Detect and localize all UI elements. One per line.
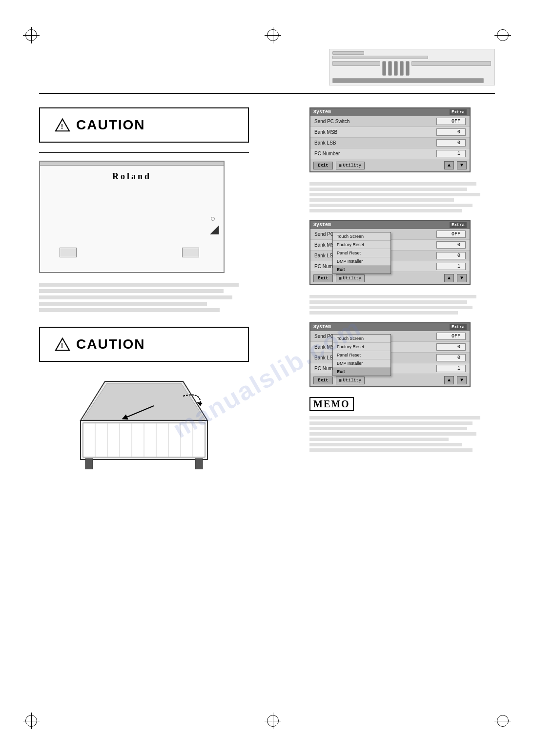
instrument-image-top <box>329 49 495 85</box>
screen-header-right-1: Extra <box>450 109 467 115</box>
reg-mark-tc <box>267 29 279 41</box>
thin-divider-1 <box>39 152 249 153</box>
reg-mark-bl <box>25 715 37 727</box>
exit-btn-1[interactable]: Exit <box>313 162 333 169</box>
screen-footer-1: Exit ▦ Utility ▲ ▼ <box>310 159 470 171</box>
main-divider <box>39 93 495 94</box>
screen-header-left-2: System <box>313 222 331 228</box>
caution-label-1: CAUTION <box>76 117 145 133</box>
display-btn-right[interactable] <box>182 248 199 257</box>
up-btn-3[interactable]: ▲ <box>444 376 454 384</box>
roland-display: Roland ◢ <box>39 161 225 273</box>
system-screen-2: System Extra Send PC OFF Bank MS 0 Bank … <box>309 220 471 285</box>
utility-btn-1[interactable]: ▦ Utility <box>336 162 365 169</box>
dropdown-item-factory-reset-3[interactable]: Factory Reset <box>333 343 390 351</box>
caution-box-1: ! CAUTION <box>39 107 249 143</box>
screen-header-2: System Extra <box>310 221 470 229</box>
up-btn-1[interactable]: ▲ <box>444 161 454 169</box>
caution-triangle-icon-2: ! <box>55 337 70 351</box>
memo-text <box>309 416 495 452</box>
dropdown-item-bmp-installer-2[interactable]: BMP Installer <box>333 257 390 266</box>
page-content: ! CAUTION Roland ◢ <box>39 49 495 707</box>
svg-rect-5 <box>85 459 93 469</box>
exit-btn-3[interactable]: Exit <box>313 377 333 384</box>
svg-rect-6 <box>195 459 203 469</box>
reg-mark-bc <box>267 715 279 727</box>
display-dot <box>211 217 215 221</box>
svg-text:!: ! <box>61 342 63 350</box>
reg-mark-tr <box>497 29 509 41</box>
screen-header-right-3: Extra <box>450 324 467 330</box>
system-screen-3: System Extra Send PC OFF Bank MS 0 Bank … <box>309 322 471 387</box>
screen-row-1-2: Bank MSB 0 <box>310 127 470 138</box>
caution-label-2: CAUTION <box>76 336 145 352</box>
screen-header-3: System Extra <box>310 323 470 331</box>
svg-text:!: ! <box>61 123 63 130</box>
memo-badge: MEMO <box>309 397 495 411</box>
caution-box-2: ! CAUTION <box>39 327 249 362</box>
piano-lid-diagram <box>66 372 222 469</box>
screen-header-right-2: Extra <box>450 222 467 228</box>
reg-mark-br <box>497 715 509 727</box>
dropdown-menu-3: Touch Screen Factory Reset Panel Reset B… <box>332 334 391 376</box>
text-paragraph-1 <box>39 283 249 312</box>
screen-header-left-3: System <box>313 324 331 330</box>
exit-btn-2[interactable]: Exit <box>313 274 333 282</box>
display-arrow: ◢ <box>210 222 219 236</box>
screen-row-1-4: PC Number 1 <box>310 148 470 159</box>
screen-header-1: System Extra <box>310 108 470 116</box>
down-btn-3[interactable]: ▼ <box>457 376 467 384</box>
dropdown-item-touch-screen-2[interactable]: Touch Screen <box>333 232 390 241</box>
dropdown-item-panel-reset-3[interactable]: Panel Reset <box>333 351 390 359</box>
dropdown-item-factory-reset-2[interactable]: Factory Reset <box>333 241 390 249</box>
down-btn-2[interactable]: ▼ <box>457 274 467 282</box>
dropdown-item-exit-3[interactable]: Exit <box>333 368 390 376</box>
reg-mark-tl <box>25 29 37 41</box>
dropdown-item-bmp-installer-3[interactable]: BMP Installer <box>333 359 390 368</box>
text-between-screens-1 <box>309 182 495 212</box>
screen-row-1-3: Bank LSB 0 <box>310 138 470 148</box>
utility-btn-3[interactable]: ▦ Utility <box>336 377 365 384</box>
screen-row-1-1: Send PC Switch OFF <box>310 116 470 127</box>
dropdown-item-touch-screen-3[interactable]: Touch Screen <box>333 335 390 343</box>
system-screen-1: System Extra Send PC Switch OFF Bank MSB… <box>309 107 471 172</box>
memo-label: MEMO <box>309 397 354 411</box>
caution-triangle-icon-1: ! <box>55 118 70 132</box>
down-btn-1[interactable]: ▼ <box>457 161 467 169</box>
dropdown-menu-2: Touch Screen Factory Reset Panel Reset B… <box>332 232 391 274</box>
dropdown-item-panel-reset-2[interactable]: Panel Reset <box>333 249 390 257</box>
right-column: System Extra Send PC Switch OFF Bank MSB… <box>309 107 495 454</box>
roland-brand: Roland <box>40 171 224 182</box>
left-column: ! CAUTION Roland ◢ <box>39 107 249 474</box>
up-btn-2[interactable]: ▲ <box>444 274 454 282</box>
screen-header-left-1: System <box>313 109 331 115</box>
dropdown-item-exit-2[interactable]: Exit <box>333 266 390 273</box>
display-btn-left[interactable] <box>60 248 77 257</box>
utility-btn-2[interactable]: ▦ Utility <box>336 274 365 282</box>
text-between-screens-2 <box>309 295 495 315</box>
